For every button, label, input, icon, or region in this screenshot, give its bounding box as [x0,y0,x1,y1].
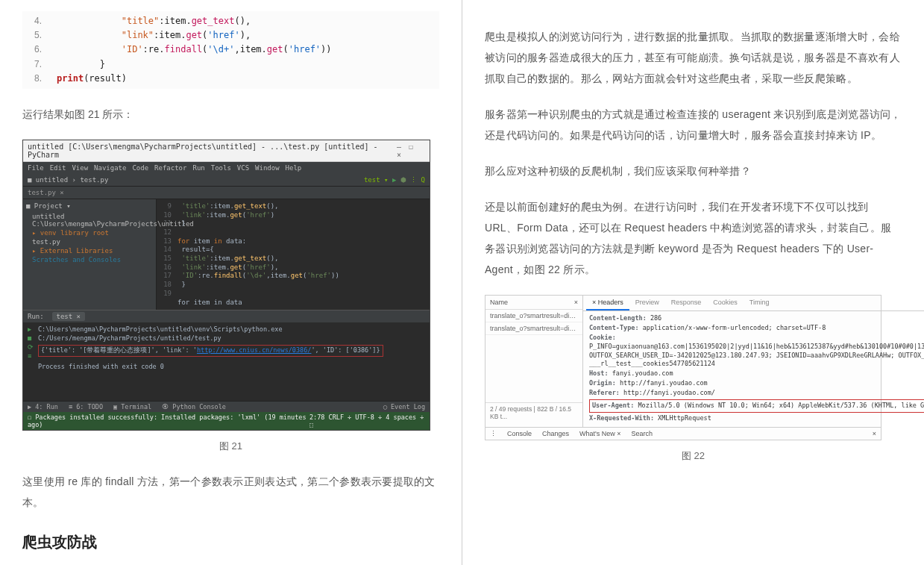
devtools-tab[interactable]: Response [665,296,708,310]
search-icon[interactable]: Q [421,176,425,184]
pycharm-toolbar: ■ untitled › test.py test ▾ ▶ ⬢ ⋮ Q [23,174,430,187]
devtools-tab[interactable]: × Headers [586,296,629,310]
menu-edit[interactable]: Edit [50,164,66,172]
status-message: ☐ Packages installed successfully: Insta… [28,413,309,428]
devtools-tab[interactable]: Cookies [707,296,744,310]
devtools-detail-tabs[interactable]: × HeadersPreviewResponseCookiesTiming [583,296,924,311]
menu-vcs[interactable]: VCS [237,164,249,172]
tree-item[interactable]: Scratches and Consoles [26,255,153,264]
header-row: Origin: http://fanyi.youdao.com [589,379,924,388]
left-column: 4. "title":item.get_text(),5. "link":ite… [0,0,462,565]
close-X-icon[interactable]: × [574,299,578,306]
play-icon[interactable]: ▶ [392,176,400,184]
tree-item[interactable]: ▸ venv library root [26,228,153,237]
project-tool-title: ■ Project ▾ [26,202,153,210]
status-tool[interactable]: ▶ 4: Run [28,403,58,411]
devtools-request-list[interactable]: Name × translate_o?smartresult=dict&...t… [485,296,583,427]
tree-item[interactable]: ▸ External Libraries [26,246,153,255]
devtools-tab[interactable]: Timing [744,296,776,310]
close-icon[interactable]: × [395,151,403,159]
menu-file[interactable]: File [28,164,44,172]
pycharm-tab-left: ■ untitled › test.py [28,176,108,184]
menu-window[interactable]: Window [255,164,280,172]
pycharm-run-config[interactable]: test ▾ ▶ ⬢ ⋮ Q [364,176,425,184]
right-para-4: 还是以前面创建好的爬虫为例。在进行访问时，我们在开发者环境下不仅可以找到 URL… [485,196,902,280]
console-path: C:\Users\mengma\PycharmProjects\untitled… [38,325,425,343]
header-row: Cookie: P_INFO=guxiaonuan@163.com|153619… [589,334,924,369]
right-para-1: 爬虫是模拟人的浏览访问行为，进行数据的批量抓取。当抓取的数据量逐渐增大时，会给被… [485,26,902,89]
findall-explain: 这里使用 re 库的 findall 方法，第一个参数表示正则表达式，第二个参数… [22,471,439,513]
menu-code[interactable]: Code [132,164,148,172]
tree-item[interactable]: test.py [26,237,153,246]
event-log-button[interactable]: ◯ Event Log [383,403,425,411]
status-tool[interactable]: ▣ Terminal [113,403,151,411]
heading-crawler-war: 爬虫攻防战 [22,532,439,552]
menu-navigate[interactable]: Navigate [94,164,126,172]
drawer-toggle-icon[interactable]: ⋮ [490,430,497,437]
request-row[interactable]: translate_o?smartresult=dict&... [485,322,582,335]
devtools-drawer-tabs[interactable]: ⋮ ConsoleChangesWhat's New ×Search × [485,427,881,440]
drawer-tab[interactable]: Console [507,430,532,437]
pycharm-console: ▶■⟳≡ C:\Users\mengma\PycharmProjects\unt… [23,322,430,401]
more-icon[interactable]: ⋮ [410,176,421,184]
run-tab[interactable]: test × [52,312,86,321]
right-para-3: 那么应对这种初级的反爬机制，我们应该采取何种举措？ [485,160,902,181]
pycharm-title-text: untitled [C:\Users\mengma\PycharmProject… [28,143,395,159]
menu-run[interactable]: Run [192,164,204,172]
header-row: Referer: http://fanyi.youdao.com/ [589,389,924,398]
requests-summary: 2 / 49 requests | 822 B / 16.5 KB t... [485,402,582,422]
header-row: Content-Length: 286 [589,314,924,323]
menu-view[interactable]: View [72,164,88,172]
window-controls: — ☐ × [395,143,425,159]
devtools-headers-panel: Content-Length: 286Content-Type: applica… [583,311,924,427]
pycharm-editor-tab[interactable]: test.py × [23,187,430,199]
run-result-text: 运行结果如图 21 所示： [22,104,439,125]
status-position: 2:78 CRLF ÷ UTF-8 ÷ 4 spaces ÷ ⬚ [309,413,425,428]
figure-caption-21: 图 21 [22,440,439,453]
run-play-icon[interactable]: ▶■⟳≡ [28,325,38,398]
right-column: 爬虫是模拟人的浏览访问行为，进行数据的批量抓取。当抓取的数据量逐渐增大时，会给被… [462,0,924,565]
maximize-icon[interactable]: ☐ [407,143,415,151]
drawer-close-icon[interactable]: × [873,430,876,437]
pycharm-menu: FileEditViewNavigateCodeRefactorRunTools… [23,162,430,174]
drawer-tab[interactable]: Search [632,430,653,437]
figure-caption-22: 图 22 [485,449,902,463]
header-row: Host: fanyi.youdao.com [589,369,924,378]
code-block: 4. "title":item.get_text(),5. "link":ite… [22,11,439,89]
pycharm-screenshot: untitled [C:\Users\mengma\PycharmProject… [22,140,430,431]
console-link[interactable]: http://www.cnius.cn/news/0386/ [197,346,312,354]
name-column: Name [490,299,508,306]
pycharm-project-tree[interactable]: ■ Project ▾ untitled C:\Users\mengma\Pyc… [23,199,157,310]
menu-help[interactable]: Help [286,164,302,172]
console-output-highlight: {'title': '[带着尊重的心态接项]', 'link': 'http:/… [38,345,383,357]
pycharm-titlebar: untitled [C:\Users\mengma\PycharmProject… [23,140,430,162]
right-para-2: 服务器第一种识别爬虫的方式就是通过检查连接的 useragent 来识别到底是浏… [485,104,902,146]
drawer-tab[interactable]: Changes [542,430,569,437]
drawer-tab[interactable]: What's New × [579,430,621,437]
pycharm-statusbar-tools: ▶ 4: Run≡ 6: TODO▣ Terminal⦿ Python Cons… [23,401,430,412]
debug-icon[interactable]: ⬢ [400,176,406,184]
menu-tools[interactable]: Tools [211,164,231,172]
user-agent-highlight: User-Agent: Mozilla/5.0 (Windows NT 10.0… [589,399,924,413]
request-row[interactable]: translate_o?smartresult=dict&... [485,310,582,322]
header-row: Content-Type: application/x-www-form-url… [589,324,924,333]
tree-item[interactable]: untitled C:\Users\mengma\PycharmProjects… [26,212,153,228]
pycharm-editor[interactable]: 9 'title':item.get_text(),10 'link':item… [157,199,430,310]
menu-refactor[interactable]: Refactor [154,164,186,172]
status-tool[interactable]: ≡ 6: TODO [69,403,103,411]
devtools-tab[interactable]: Preview [629,296,665,310]
devtools-screenshot: Name × translate_o?smartresult=dict&...t… [485,295,881,440]
console-exit: Process finished with exit code 0 [38,363,425,372]
pycharm-run-header: Run: test × [23,310,430,322]
pycharm-statusbar: ☐ Packages installed successfully: Insta… [23,412,430,430]
status-tool[interactable]: ⦿ Python Console [162,403,226,411]
minimize-icon[interactable]: — [395,143,403,151]
